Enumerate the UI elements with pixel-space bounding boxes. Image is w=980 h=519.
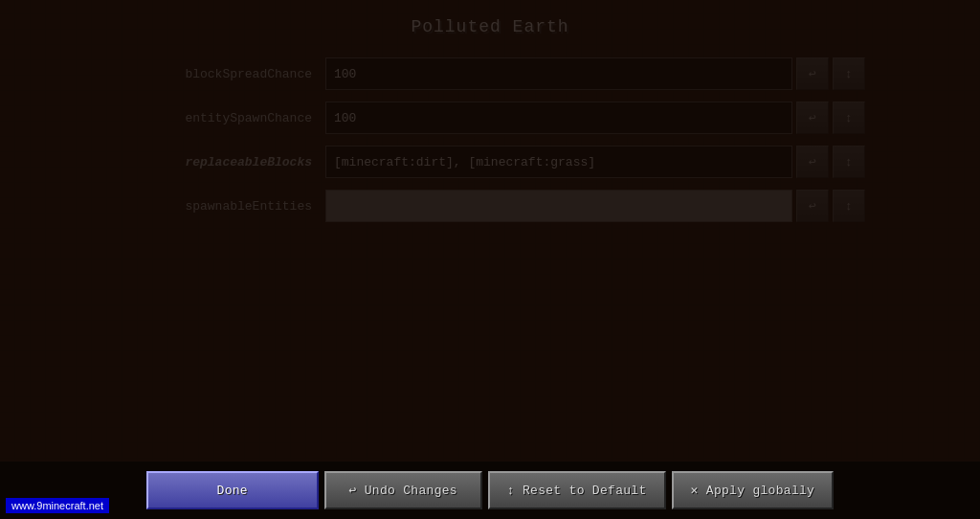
bottom-bar: Done ↩ Undo Changes ↕ Reset to Default ✕…: [0, 462, 980, 519]
reset-to-default-button[interactable]: ↕ Reset to Default: [488, 471, 666, 509]
watermark: www.9minecraft.net: [6, 498, 109, 513]
apply-globally-button[interactable]: ✕ Apply globally: [672, 471, 835, 509]
done-button[interactable]: Done: [146, 471, 319, 509]
background-panel: [0, 0, 980, 519]
undo-changes-button[interactable]: ↩ Undo Changes: [324, 471, 482, 509]
